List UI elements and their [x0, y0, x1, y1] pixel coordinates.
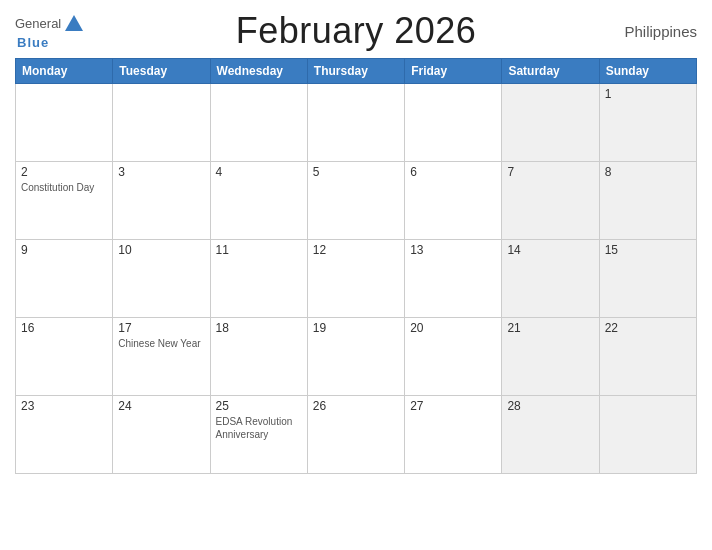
calendar-cell: 21: [502, 318, 599, 396]
calendar-cell: 25EDSA Revolution Anniversary: [210, 396, 307, 474]
calendar-cell: 22: [599, 318, 696, 396]
header-tuesday: Tuesday: [113, 59, 210, 84]
day-number: 4: [216, 165, 302, 179]
calendar-cell: 28: [502, 396, 599, 474]
calendar-cell: 24: [113, 396, 210, 474]
day-number: 1: [605, 87, 691, 101]
week-row-2: 2Constitution Day345678: [16, 162, 697, 240]
day-number: 22: [605, 321, 691, 335]
calendar-body: 12Constitution Day3456789101112131415161…: [16, 84, 697, 474]
calendar-cell: [599, 396, 696, 474]
calendar-cell: 19: [307, 318, 404, 396]
calendar-cell: 15: [599, 240, 696, 318]
header-sunday: Sunday: [599, 59, 696, 84]
calendar-cell: [210, 84, 307, 162]
day-number: 25: [216, 399, 302, 413]
day-number: 3: [118, 165, 204, 179]
calendar-cell: 9: [16, 240, 113, 318]
calendar-cell: 11: [210, 240, 307, 318]
calendar-cell: 4: [210, 162, 307, 240]
calendar-cell: [307, 84, 404, 162]
day-number: 6: [410, 165, 496, 179]
calendar-header: General Blue February 2026 Philippines: [15, 10, 697, 52]
day-number: 14: [507, 243, 593, 257]
title-block: February 2026: [115, 10, 597, 52]
calendar-cell: 1: [599, 84, 696, 162]
day-number: 23: [21, 399, 107, 413]
calendar-cell: 18: [210, 318, 307, 396]
day-number: 26: [313, 399, 399, 413]
event-text: Constitution Day: [21, 181, 107, 194]
logo-icon: [63, 13, 85, 35]
calendar-cell: [113, 84, 210, 162]
day-number: 12: [313, 243, 399, 257]
week-row-4: 1617Chinese New Year1819202122: [16, 318, 697, 396]
day-number: 17: [118, 321, 204, 335]
event-text: EDSA Revolution Anniversary: [216, 415, 302, 441]
week-row-5: 232425EDSA Revolution Anniversary262728: [16, 396, 697, 474]
header-friday: Friday: [405, 59, 502, 84]
calendar-cell: 16: [16, 318, 113, 396]
calendar-cell: 23: [16, 396, 113, 474]
calendar-table: Monday Tuesday Wednesday Thursday Friday…: [15, 58, 697, 474]
calendar-cell: 3: [113, 162, 210, 240]
calendar-cell: 20: [405, 318, 502, 396]
calendar-cell: 13: [405, 240, 502, 318]
day-number: 19: [313, 321, 399, 335]
logo: General Blue: [15, 13, 115, 50]
calendar-cell: 7: [502, 162, 599, 240]
day-number: 24: [118, 399, 204, 413]
day-number: 9: [21, 243, 107, 257]
header-saturday: Saturday: [502, 59, 599, 84]
day-number: 16: [21, 321, 107, 335]
calendar-cell: 6: [405, 162, 502, 240]
calendar-cell: 26: [307, 396, 404, 474]
day-number: 27: [410, 399, 496, 413]
week-row-1: 1: [16, 84, 697, 162]
weekday-header-row: Monday Tuesday Wednesday Thursday Friday…: [16, 59, 697, 84]
week-row-3: 9101112131415: [16, 240, 697, 318]
logo-blue: Blue: [17, 35, 49, 50]
country-name: Philippines: [597, 23, 697, 40]
calendar-cell: 17Chinese New Year: [113, 318, 210, 396]
header-thursday: Thursday: [307, 59, 404, 84]
svg-marker-0: [65, 15, 83, 31]
day-number: 15: [605, 243, 691, 257]
calendar-cell: [502, 84, 599, 162]
day-number: 8: [605, 165, 691, 179]
event-text: Chinese New Year: [118, 337, 204, 350]
day-number: 2: [21, 165, 107, 179]
logo-general: General: [15, 16, 61, 31]
calendar-cell: 14: [502, 240, 599, 318]
day-number: 20: [410, 321, 496, 335]
day-number: 13: [410, 243, 496, 257]
calendar-cell: [405, 84, 502, 162]
calendar-cell: 2Constitution Day: [16, 162, 113, 240]
day-number: 5: [313, 165, 399, 179]
day-number: 10: [118, 243, 204, 257]
day-number: 21: [507, 321, 593, 335]
day-number: 11: [216, 243, 302, 257]
calendar-page: General Blue February 2026 Philippines M…: [0, 0, 712, 550]
day-number: 28: [507, 399, 593, 413]
calendar-cell: 8: [599, 162, 696, 240]
calendar-cell: 10: [113, 240, 210, 318]
day-number: 18: [216, 321, 302, 335]
header-monday: Monday: [16, 59, 113, 84]
day-number: 7: [507, 165, 593, 179]
header-wednesday: Wednesday: [210, 59, 307, 84]
calendar-title: February 2026: [236, 10, 477, 51]
calendar-cell: 27: [405, 396, 502, 474]
calendar-cell: [16, 84, 113, 162]
calendar-cell: 5: [307, 162, 404, 240]
calendar-cell: 12: [307, 240, 404, 318]
